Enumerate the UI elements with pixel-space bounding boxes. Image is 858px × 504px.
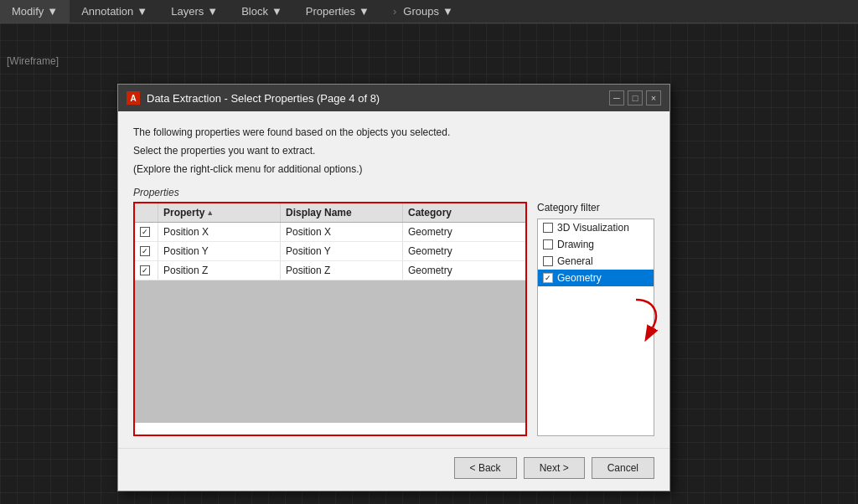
table-header: Property ▲ Display Name Category (135, 203, 525, 223)
table-row: Position Y Position Y Geometry (135, 242, 525, 261)
chevron-down-icon: ▼ (137, 5, 147, 18)
menu-layers[interactable]: Layers ▼ (159, 0, 230, 23)
info-line-2: Select the properties you want to extrac… (133, 143, 654, 158)
th-category[interactable]: Category (403, 203, 525, 222)
filter-item-drawing[interactable]: Drawing (538, 236, 654, 253)
dialog-title: Data Extraction - Select Properties (Pag… (147, 92, 602, 105)
menu-annotation[interactable]: Annotation ▼ (70, 0, 159, 23)
menu-properties[interactable]: Properties ▼ (294, 0, 381, 23)
back-button[interactable]: < Back (454, 457, 517, 479)
chevron-down-icon: ▼ (442, 5, 453, 18)
properties-table: Property ▲ Display Name Category (133, 202, 527, 436)
td-category-1: Geometry (403, 223, 525, 241)
td-checkbox-3[interactable] (135, 261, 158, 280)
filter-checkbox-drawing[interactable] (543, 239, 553, 249)
filter-item-general[interactable]: General (538, 253, 654, 270)
row-3-checkbox[interactable] (140, 265, 150, 275)
info-line-1: The following properties were found base… (133, 125, 654, 140)
th-checkbox (135, 203, 158, 222)
td-display-1: Position X (281, 223, 403, 241)
row-2-checkbox[interactable] (140, 246, 150, 256)
dialog-body: The following properties were found base… (118, 111, 669, 448)
properties-section: Properties Property ▲ Display Name (133, 187, 654, 436)
menu-groups[interactable]: › Groups ▼ (381, 0, 465, 23)
menu-bar: Modify ▼ Annotation ▼ Layers ▼ Block ▼ P… (0, 0, 858, 23)
chevron-down-icon: ▼ (359, 5, 370, 18)
chevron-down-icon: ▼ (207, 5, 218, 18)
properties-label: Properties (133, 187, 654, 198)
main-content: Property ▲ Display Name Category (133, 202, 654, 436)
filter-item-3d-visualization[interactable]: 3D Visualization (538, 219, 654, 236)
td-checkbox-1[interactable] (135, 223, 158, 241)
category-filter-label: Category filter (537, 202, 654, 213)
filter-list: 3D Visualization Drawing General (537, 219, 654, 436)
td-property-3: Position Z (158, 261, 281, 280)
cancel-button[interactable]: Cancel (592, 457, 654, 479)
next-button[interactable]: Next > (524, 457, 585, 479)
chevron-down-icon: ▼ (47, 5, 58, 18)
dialog-footer: < Back Next > Cancel (118, 448, 669, 491)
td-display-3: Position Z (281, 261, 403, 280)
table-row: Position X Position X Geometry (135, 223, 525, 242)
row-1-checkbox[interactable] (140, 227, 150, 237)
menu-modify[interactable]: Modify ▼ (0, 0, 70, 23)
td-category-3: Geometry (403, 261, 525, 280)
th-display-name[interactable]: Display Name (281, 203, 403, 222)
th-property[interactable]: Property ▲ (158, 203, 281, 222)
dialog-window-controls: ─ □ × (609, 90, 661, 105)
category-filter-panel: Category filter 3D Visualization Drawing (537, 202, 654, 436)
td-category-2: Geometry (403, 242, 525, 260)
maximize-button[interactable]: □ (628, 90, 643, 105)
autocad-icon: A (127, 91, 140, 105)
filter-item-geometry[interactable]: Geometry (538, 270, 654, 286)
td-property-1: Position X (158, 223, 281, 241)
filter-checkbox-general[interactable] (543, 256, 553, 266)
close-button[interactable]: × (646, 90, 661, 105)
minimize-button[interactable]: ─ (609, 90, 624, 105)
sort-arrow-icon: ▲ (206, 208, 214, 217)
td-checkbox-2[interactable] (135, 242, 158, 260)
data-extraction-dialog: A Data Extraction - Select Properties (P… (117, 84, 670, 491)
chevron-down-icon: ▼ (271, 5, 282, 18)
dialog-titlebar: A Data Extraction - Select Properties (P… (118, 85, 669, 111)
td-property-2: Position Y (158, 242, 281, 260)
table-row: Position Z Position Z Geometry (135, 261, 525, 280)
td-display-2: Position Y (281, 242, 403, 260)
menu-block[interactable]: Block ▼ (230, 0, 294, 23)
wireframe-label: [Wireframe] (7, 55, 59, 67)
table-empty-area (135, 280, 525, 423)
info-line-3: (Explore the right-click menu for additi… (133, 162, 654, 177)
filter-checkbox-geometry[interactable] (543, 273, 553, 283)
filter-checkbox-3d[interactable] (543, 223, 553, 233)
